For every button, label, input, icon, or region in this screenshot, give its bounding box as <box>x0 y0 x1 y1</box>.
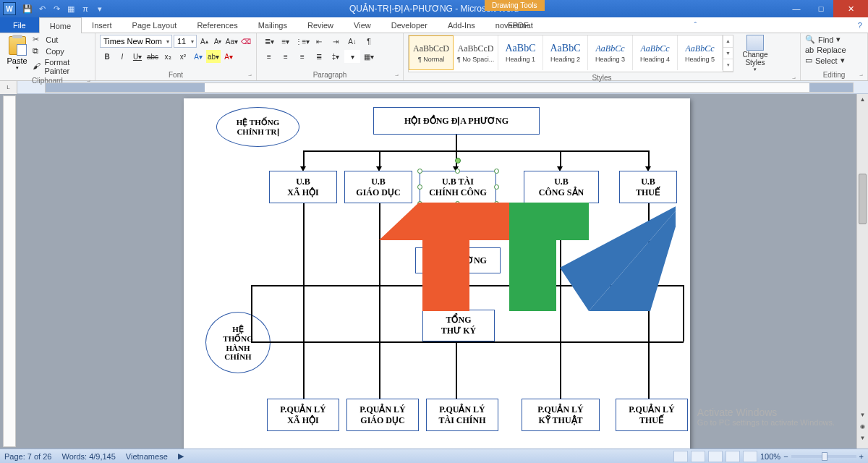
replace-button[interactable]: abReplace <box>805 46 863 54</box>
shrink-font-button[interactable]: A▾ <box>212 35 224 48</box>
justify-button[interactable]: ≣ <box>311 50 327 63</box>
status-words[interactable]: Words: 4/9,145 <box>61 452 115 461</box>
prev-page-icon[interactable]: ◉ <box>857 421 868 431</box>
diagram-box-p3[interactable]: P.QUẢN LÝ TÀI CHÍNH <box>426 399 498 431</box>
change-styles-button[interactable]: Change Styles ▾ <box>738 35 773 72</box>
font-size-combo[interactable]: 11 <box>174 35 197 48</box>
underline-button[interactable]: U▾ <box>130 50 145 63</box>
style-normal[interactable]: AaBbCcD¶ Normal <box>409 35 454 70</box>
numbering-button[interactable]: ≡▾ <box>278 35 294 48</box>
diagram-box-ub4[interactable]: U.B CÔNG SẢN <box>524 171 599 203</box>
rotate-handle[interactable] <box>455 158 461 163</box>
format-painter-button[interactable]: 🖌Format Painter <box>33 58 90 75</box>
selection-handle[interactable] <box>417 184 422 190</box>
vertical-scrollbar[interactable]: ▲ ▼ ◉ ▼ <box>856 94 868 449</box>
highlight-button[interactable]: ab▾ <box>206 50 221 63</box>
view-outline[interactable] <box>726 451 740 462</box>
italic-button[interactable]: I <box>115 50 129 63</box>
strike-button[interactable]: abc <box>145 50 160 63</box>
diagram-box-ub1[interactable]: U.B XÃ HỘI <box>269 171 337 203</box>
qat-item[interactable]: π <box>80 3 91 14</box>
tab-developer[interactable]: Developer <box>381 17 438 33</box>
font-name-combo[interactable]: Times New Rom <box>100 35 172 48</box>
diagram-ellipse-politics[interactable]: HỆ THỐNG CHÍNH TRỊ <box>216 107 299 147</box>
minimize-button[interactable]: — <box>784 0 809 17</box>
horizontal-ruler[interactable] <box>45 82 854 93</box>
scroll-thumb[interactable] <box>859 174 867 224</box>
gallery-down-icon[interactable]: ▼ <box>723 48 733 60</box>
cut-button[interactable]: ✂Cut <box>33 35 90 45</box>
selection-handle[interactable] <box>494 184 499 190</box>
style-heading2[interactable]: AaBbCHeading 2 <box>543 35 588 70</box>
help-icon[interactable]: ? <box>852 17 868 33</box>
selection-handle[interactable] <box>417 169 422 174</box>
view-draft[interactable] <box>743 451 757 462</box>
align-left-button[interactable]: ≡ <box>261 50 277 63</box>
diagram-box-p5[interactable]: P.QUẢN LÝ THUẾ <box>616 399 688 431</box>
status-language[interactable]: Vietnamese <box>126 452 168 461</box>
selection-handle[interactable] <box>455 169 460 174</box>
line-spacing-button[interactable]: ‡▾ <box>328 50 344 63</box>
select-button[interactable]: ▭Select ▾ <box>805 56 863 65</box>
diagram-box-ub2[interactable]: U.B GIÁO DỤC <box>344 171 412 203</box>
tab-addins[interactable]: Add-Ins <box>438 17 485 33</box>
next-page-icon[interactable]: ▼ <box>857 433 868 443</box>
qat-more-icon[interactable]: ▾ <box>94 3 106 14</box>
decrease-indent-button[interactable]: ⇤ <box>311 35 327 48</box>
borders-button[interactable]: ▦▾ <box>361 50 377 63</box>
gallery-up-icon[interactable]: ▲ <box>723 35 733 48</box>
sort-button[interactable]: A↓ <box>344 35 360 48</box>
bullets-button[interactable]: ≣▾ <box>261 35 277 48</box>
redo-icon[interactable]: ↷ <box>51 3 62 14</box>
view-full-screen[interactable] <box>691 451 705 462</box>
diagram-box-p2[interactable]: P.QUẢN LÝ GIÁO DỤC <box>346 399 419 431</box>
vertical-ruler[interactable] <box>3 95 16 447</box>
font-color-button[interactable]: A▾ <box>221 50 236 63</box>
scroll-up-icon[interactable]: ▲ <box>857 94 868 104</box>
tab-file[interactable]: File <box>0 17 39 33</box>
tab-insert[interactable]: Insert <box>82 17 122 33</box>
maximize-button[interactable]: □ <box>809 0 833 17</box>
zoom-in-button[interactable]: + <box>859 452 864 461</box>
qat-item[interactable]: ▦ <box>65 3 77 14</box>
superscript-button[interactable]: x² <box>176 50 190 63</box>
align-right-button[interactable]: ≡ <box>294 50 310 63</box>
diagram-box-top[interactable]: HỘI ĐỒNG ĐỊA PHƯƠNG <box>373 107 540 135</box>
multilevel-button[interactable]: ⋮≡▾ <box>294 35 310 48</box>
view-print-layout[interactable] <box>673 451 688 462</box>
style-heading4[interactable]: AaBbCcHeading 4 <box>633 35 678 70</box>
status-macro-icon[interactable]: ▶ <box>178 451 184 461</box>
scroll-down-icon[interactable]: ▼ <box>857 409 868 420</box>
tab-review[interactable]: Review <box>297 17 344 33</box>
gallery-more-icon[interactable]: ▾ <box>723 59 733 72</box>
paste-button[interactable]: Paste ▾ <box>4 35 30 75</box>
zoom-out-button[interactable]: − <box>783 452 788 461</box>
save-icon[interactable]: 💾 <box>22 3 33 14</box>
diagram-box-p4[interactable]: P.QUẢN LÝ KỸ THUẬT <box>522 399 600 431</box>
diagram-ellipse-admin[interactable]: HỆ THỐNG HÀNH CHÍNH <box>205 312 271 373</box>
clear-formatting-button[interactable]: ⌫ <box>239 35 252 48</box>
shading-button[interactable]: ▾ <box>344 50 360 63</box>
increase-indent-button[interactable]: ⇥ <box>328 35 344 48</box>
change-case-button[interactable]: Aa▾ <box>225 35 238 48</box>
zoom-slider[interactable] <box>791 455 856 458</box>
ribbon-minimize-icon[interactable]: ˆ <box>688 17 702 33</box>
styles-gallery[interactable]: AaBbCcD¶ Normal AaBbCcD¶ No Spaci... AaB… <box>408 35 733 72</box>
tab-mailings[interactable]: Mailings <box>248 17 297 33</box>
style-no-spacing[interactable]: AaBbCcD¶ No Spaci... <box>454 35 498 70</box>
style-heading5[interactable]: AaBbCcHeading 5 <box>678 35 723 70</box>
diagram-box-ub5[interactable]: U.B THUẾ <box>619 171 677 203</box>
subscript-button[interactable]: x₂ <box>161 50 175 63</box>
tab-references[interactable]: References <box>187 17 247 33</box>
diagram-box-p1[interactable]: P.QUẢN LÝ XÃ HỘI <box>267 399 339 431</box>
grow-font-button[interactable]: A▴ <box>198 35 210 48</box>
selection-handle[interactable] <box>494 169 499 174</box>
view-web-layout[interactable] <box>708 451 723 462</box>
tab-page-layout[interactable]: Page Layout <box>122 17 187 33</box>
text-effects-button[interactable]: A▾ <box>191 50 205 63</box>
copy-button[interactable]: ⧉Copy <box>33 46 90 56</box>
show-marks-button[interactable]: ¶ <box>361 35 377 48</box>
status-page[interactable]: Page: 7 of 26 <box>4 452 51 461</box>
tab-format[interactable]: Format <box>498 17 543 33</box>
tab-view[interactable]: View <box>344 17 381 33</box>
